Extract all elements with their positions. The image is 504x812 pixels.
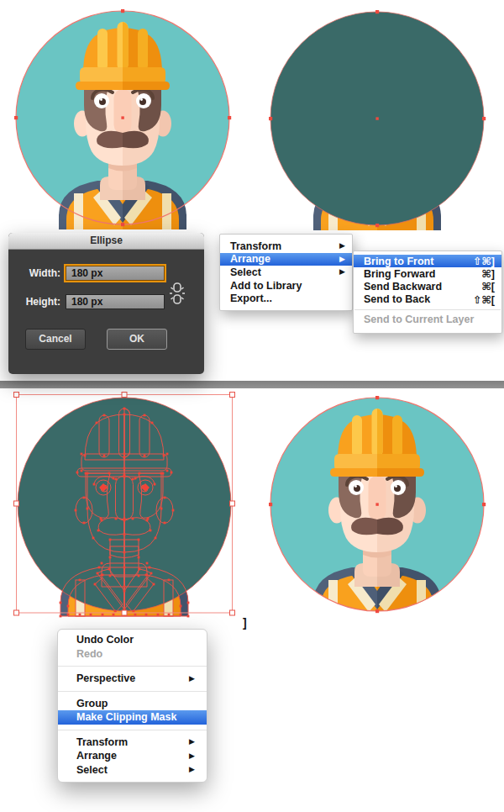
- shortcut-label: ⌘]: [481, 267, 495, 280]
- shortcut-label: ⇧⌘]: [473, 255, 495, 267]
- menu-item-bring-forward[interactable]: Bring Forward ⌘]: [354, 267, 501, 280]
- menu-item-make-clipping-mask[interactable]: Make Clipping Mask: [58, 710, 207, 725]
- menu-item-transform[interactable]: Transform ▶: [58, 736, 207, 750]
- submenu-arrow-icon: ▶: [339, 268, 345, 276]
- shortcut-label: ⌘[: [481, 280, 495, 293]
- panel-clipped-avatar[interactable]: [268, 393, 486, 620]
- submenu-arrow-icon: ▶: [339, 242, 345, 250]
- constrain-proportions-icon[interactable]: [168, 277, 186, 310]
- menu-item-group[interactable]: Group: [58, 697, 207, 711]
- submenu-arrow-icon: ▶: [339, 256, 345, 263]
- menu-item-bring-to-front[interactable]: Bring to Front ⇧⌘]: [354, 255, 501, 267]
- menu-separator: [58, 730, 207, 730]
- edit-context-menu: Undo Color Redo Perspective ▶ Group Make…: [57, 629, 207, 783]
- menu-item-select[interactable]: Select ▶: [58, 763, 207, 778]
- submenu-arrow-icon: ▶: [189, 752, 195, 760]
- menu-separator: [58, 691, 207, 692]
- menu-item-select[interactable]: Select ▶: [220, 266, 352, 279]
- submenu-arrow-icon: ▶: [189, 738, 195, 746]
- width-field[interactable]: 180 px: [66, 266, 165, 281]
- tutorial-canvas: Ellipse Width: 180 px Height: 180 px Can…: [0, 0, 504, 812]
- menu-item-undo-color[interactable]: Undo Color: [58, 633, 207, 647]
- menu-item-export[interactable]: Export...: [220, 292, 352, 305]
- cancel-button[interactable]: Cancel: [25, 329, 86, 350]
- menu-item-arrange[interactable]: Arrange ▶: [58, 749, 207, 763]
- submenu-arrow-icon: ▶: [189, 675, 195, 683]
- ellipse-dialog: Ellipse Width: 180 px Height: 180 px Can…: [8, 233, 204, 374]
- context-menu: Transform ▶ Arrange ▶ Select ▶ Add to Li…: [219, 234, 353, 311]
- menu-item-add-to-library[interactable]: Add to Library: [220, 279, 352, 293]
- height-field[interactable]: 180 px: [66, 294, 165, 309]
- panel-wireframe-selection[interactable]: [12, 389, 237, 620]
- stray-bracket-glyph: ]: [243, 616, 247, 630]
- width-label: Width:: [12, 266, 60, 280]
- menu-item-send-to-back[interactable]: Send to Back ⇧⌘[: [354, 293, 501, 306]
- menu-item-transform[interactable]: Transform ▶: [220, 240, 352, 253]
- arrange-submenu: Bring to Front ⇧⌘] Bring Forward ⌘] Send…: [353, 250, 502, 334]
- menu-item-send-to-current-layer: Send to Current Layer: [354, 314, 501, 326]
- menu-item-redo: Redo: [58, 647, 207, 662]
- menu-separator: [58, 666, 207, 667]
- panel-dark-circle[interactable]: [268, 7, 486, 234]
- menu-item-perspective[interactable]: Perspective ▶: [58, 672, 207, 686]
- menu-separator: [354, 309, 501, 310]
- submenu-arrow-icon: ▶: [189, 766, 195, 773]
- menu-item-send-backward[interactable]: Send Backward ⌘[: [354, 280, 501, 293]
- height-label: Height:: [12, 295, 60, 308]
- ok-button[interactable]: OK: [107, 329, 167, 350]
- dialog-title: Ellipse: [8, 233, 204, 250]
- menu-item-arrange[interactable]: Arrange ▶: [220, 253, 352, 266]
- section-divider: [0, 381, 504, 388]
- panel-worker-selected[interactable]: [13, 6, 232, 233]
- shortcut-label: ⇧⌘[: [473, 293, 495, 306]
